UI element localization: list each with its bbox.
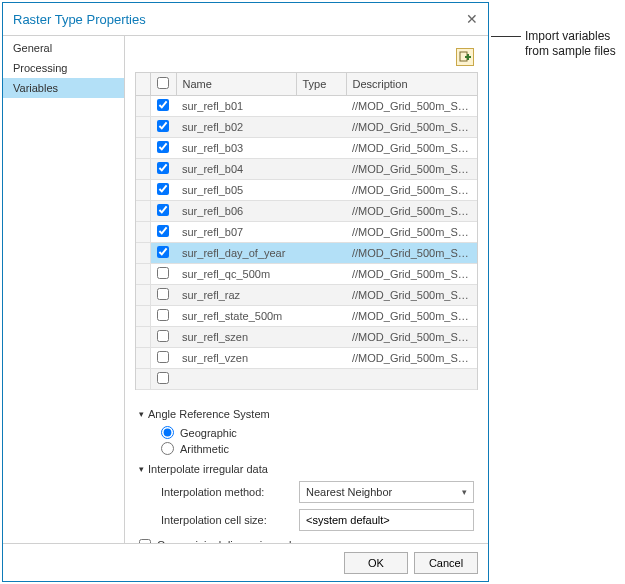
row-handle[interactable]	[136, 201, 150, 222]
cell-name[interactable]: sur_refl_b05	[176, 180, 296, 201]
cell-name[interactable]	[176, 369, 296, 390]
table-row[interactable]: sur_refl_b05//MOD_Grid_500m_Surface_Ref.…	[136, 180, 477, 201]
table-row[interactable]: sur_refl_b02//MOD_Grid_500m_Surface_Ref.…	[136, 117, 477, 138]
cell-description[interactable]: //MOD_Grid_500m_Surface_Ref...	[346, 138, 477, 159]
close-icon[interactable]: ✕	[466, 11, 478, 27]
cell-type[interactable]	[296, 138, 346, 159]
row-checkbox[interactable]	[157, 288, 169, 300]
row-handle[interactable]	[136, 348, 150, 369]
row-checkbox[interactable]	[157, 309, 169, 321]
table-row[interactable]: sur_refl_b07//MOD_Grid_500m_Surface_Ref.…	[136, 222, 477, 243]
row-handle[interactable]	[136, 138, 150, 159]
row-handle[interactable]	[136, 264, 150, 285]
cell-description[interactable]: //MOD_Grid_500m_Surface_Ref...	[346, 243, 477, 264]
table-row[interactable]: sur_refl_state_500m//MOD_Grid_500m_Surfa…	[136, 306, 477, 327]
cell-type[interactable]	[296, 201, 346, 222]
row-checkbox[interactable]	[157, 141, 169, 153]
row-handle[interactable]	[136, 117, 150, 138]
cell-type[interactable]	[296, 243, 346, 264]
cell-type[interactable]	[296, 180, 346, 201]
row-handle[interactable]	[136, 180, 150, 201]
cell-name[interactable]: sur_refl_b02	[176, 117, 296, 138]
cell-name[interactable]: sur_refl_day_of_year	[176, 243, 296, 264]
ok-button[interactable]: OK	[344, 552, 408, 574]
row-checkbox[interactable]	[157, 183, 169, 195]
cell-type[interactable]	[296, 306, 346, 327]
cell-type[interactable]	[296, 159, 346, 180]
table-row[interactable]: sur_refl_b01//MOD_Grid_500m_Surface_Ref.…	[136, 96, 477, 117]
cell-name[interactable]: sur_refl_b06	[176, 201, 296, 222]
cell-description[interactable]: //MOD_Grid_500m_Surface_Ref...	[346, 96, 477, 117]
radio-arithmetic[interactable]	[161, 442, 174, 455]
cell-name[interactable]: sur_refl_qc_500m	[176, 264, 296, 285]
cell-description[interactable]: //MOD_Grid_500m_Surface_Ref...	[346, 348, 477, 369]
cell-description[interactable]: //MOD_Grid_500m_Surface_Ref...	[346, 180, 477, 201]
sidebar-item-processing[interactable]: Processing	[3, 58, 124, 78]
table-row[interactable]: sur_refl_b03//MOD_Grid_500m_Surface_Ref.…	[136, 138, 477, 159]
row-checkbox[interactable]	[157, 267, 169, 279]
table-row[interactable]: sur_refl_qc_500m//MOD_Grid_500m_Surface_…	[136, 264, 477, 285]
table-row[interactable]: sur_refl_raz//MOD_Grid_500m_Surface_Ref.…	[136, 285, 477, 306]
row-handle[interactable]	[136, 306, 150, 327]
cell-description[interactable]: //MOD_Grid_500m_Surface_Ref...	[346, 285, 477, 306]
row-handle[interactable]	[136, 159, 150, 180]
cell-name[interactable]: sur_refl_b03	[176, 138, 296, 159]
cell-description[interactable]: //MOD_Grid_500m_Surface_Ref...	[346, 264, 477, 285]
cell-type[interactable]	[296, 285, 346, 306]
row-checkbox[interactable]	[157, 330, 169, 342]
row-checkbox[interactable]	[157, 351, 169, 363]
interp-cell-input[interactable]	[299, 509, 474, 531]
table-row[interactable]: sur_refl_vzen//MOD_Grid_500m_Surface_Ref…	[136, 348, 477, 369]
cell-description[interactable]: //MOD_Grid_500m_Surface_Ref...	[346, 306, 477, 327]
row-handle[interactable]	[136, 96, 150, 117]
interp-method-select[interactable]: Nearest Neighbor ▾	[299, 481, 474, 503]
import-variables-button[interactable]	[456, 48, 474, 66]
row-checkbox[interactable]	[157, 225, 169, 237]
cell-name[interactable]: sur_refl_state_500m	[176, 306, 296, 327]
col-description[interactable]: Description	[346, 73, 477, 96]
row-checkbox[interactable]	[157, 99, 169, 111]
table-row[interactable]: sur_refl_b06//MOD_Grid_500m_Surface_Ref.…	[136, 201, 477, 222]
cell-description[interactable]: //MOD_Grid_500m_Surface_Ref...	[346, 222, 477, 243]
row-handle[interactable]	[136, 369, 150, 390]
sidebar-item-general[interactable]: General	[3, 38, 124, 58]
cell-type[interactable]	[296, 327, 346, 348]
col-type[interactable]: Type	[296, 73, 346, 96]
row-handle[interactable]	[136, 222, 150, 243]
section-angle-reference[interactable]: ▾ Angle Reference System	[139, 408, 474, 420]
row-handle[interactable]	[136, 285, 150, 306]
table-row[interactable]: sur_refl_b04//MOD_Grid_500m_Surface_Ref.…	[136, 159, 477, 180]
cell-description[interactable]: //MOD_Grid_500m_Surface_Ref...	[346, 117, 477, 138]
cell-description[interactable]: //MOD_Grid_500m_Surface_Ref...	[346, 327, 477, 348]
cell-type[interactable]	[296, 264, 346, 285]
row-handle[interactable]	[136, 327, 150, 348]
row-checkbox[interactable]	[157, 246, 169, 258]
row-checkbox[interactable]	[157, 372, 169, 384]
table-row[interactable]	[136, 369, 477, 390]
cell-name[interactable]: sur_refl_b04	[176, 159, 296, 180]
col-name[interactable]: Name	[176, 73, 296, 96]
cell-name[interactable]: sur_refl_b07	[176, 222, 296, 243]
cell-type[interactable]	[296, 117, 346, 138]
cell-type[interactable]	[296, 348, 346, 369]
cell-type[interactable]	[296, 369, 346, 390]
table-row[interactable]: sur_refl_szen//MOD_Grid_500m_Surface_Ref…	[136, 327, 477, 348]
cell-name[interactable]: sur_refl_b01	[176, 96, 296, 117]
cancel-button[interactable]: Cancel	[414, 552, 478, 574]
cell-type[interactable]	[296, 96, 346, 117]
cell-description[interactable]: //MOD_Grid_500m_Surface_Ref...	[346, 159, 477, 180]
section-interpolate[interactable]: ▾ Interpolate irregular data	[139, 463, 474, 475]
sidebar-item-variables[interactable]: Variables	[3, 78, 124, 98]
col-check-all[interactable]	[150, 73, 176, 96]
cell-description[interactable]: //MOD_Grid_500m_Surface_Ref...	[346, 201, 477, 222]
row-checkbox[interactable]	[157, 162, 169, 174]
cell-name[interactable]: sur_refl_vzen	[176, 348, 296, 369]
cell-name[interactable]: sur_refl_szen	[176, 327, 296, 348]
cell-type[interactable]	[296, 222, 346, 243]
table-row[interactable]: sur_refl_day_of_year//MOD_Grid_500m_Surf…	[136, 243, 477, 264]
cell-name[interactable]: sur_refl_raz	[176, 285, 296, 306]
cell-description[interactable]	[346, 369, 477, 390]
row-checkbox[interactable]	[157, 204, 169, 216]
row-handle[interactable]	[136, 243, 150, 264]
radio-geographic[interactable]	[161, 426, 174, 439]
